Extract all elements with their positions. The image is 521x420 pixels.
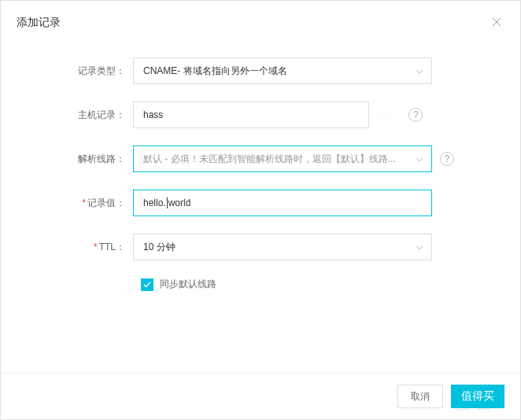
ttl-label: *TTL： <box>1 241 133 254</box>
record-value-label: *记录值： <box>1 197 133 210</box>
dialog-title: 添加记录 <box>17 16 61 30</box>
help-icon[interactable]: ? <box>408 108 423 122</box>
host-record-input[interactable] <box>133 101 369 128</box>
confirm-button[interactable]: 值得买 <box>451 385 504 408</box>
record-value-input[interactable]: hello.world <box>133 190 432 216</box>
chevron-down-icon <box>416 241 423 252</box>
line-select[interactable]: 默认 - 必填！未匹配到智能解析线路时，返回【默认】线路... <box>133 146 432 172</box>
chevron-down-icon <box>416 65 423 76</box>
dns-record-form: 记录类型： CNAME- 将域名指向另外一个域名 主机记录： ........ … <box>1 42 520 291</box>
cancel-button[interactable]: 取消 <box>397 385 443 408</box>
line-label: 解析线路： <box>1 153 133 166</box>
chevron-down-icon <box>416 153 423 164</box>
help-icon[interactable]: ? <box>440 152 454 166</box>
sync-default-checkbox[interactable] <box>141 278 153 291</box>
record-type-select[interactable]: CNAME- 将域名指向另外一个域名 <box>133 57 432 84</box>
host-record-label: 主机记录： <box>1 109 133 122</box>
close-icon[interactable] <box>489 13 504 32</box>
text-cursor <box>167 197 168 208</box>
sync-default-label: 同步默认线路 <box>160 278 216 291</box>
ttl-select[interactable]: 10 分钟 <box>133 234 432 260</box>
record-type-label: 记录类型： <box>1 64 133 78</box>
domain-suffix: ........ <box>369 101 401 128</box>
